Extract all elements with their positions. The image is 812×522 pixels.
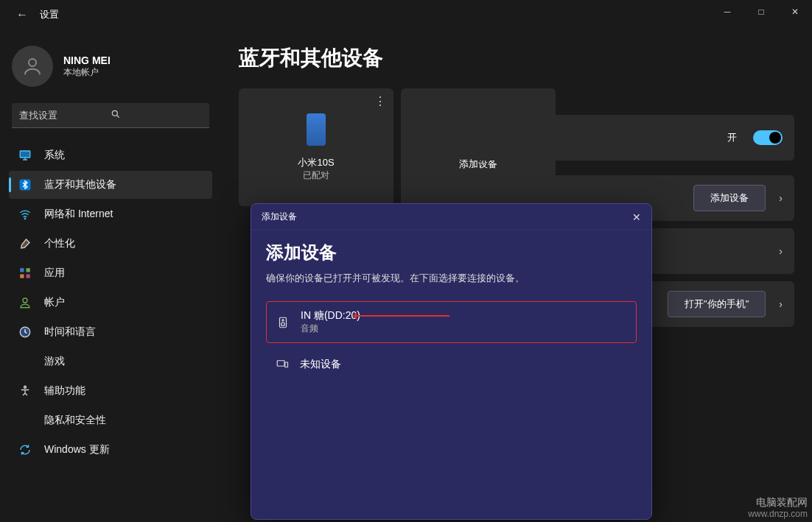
sidebar-item-system[interactable]: 系统 (9, 141, 212, 169)
person-icon (18, 295, 32, 310)
sidebar-item-label: 个性化 (44, 237, 75, 250)
device-item-name: 未知设备 (300, 358, 341, 371)
device-name: 小米10S (298, 156, 334, 169)
monitor-icon (18, 148, 32, 163)
search-icon (111, 109, 202, 121)
bluetooth-icon (18, 177, 32, 192)
svg-point-9 (23, 298, 27, 303)
device-status: 已配对 (303, 169, 329, 182)
sidebar-item-update[interactable]: Windows 更新 (9, 436, 212, 464)
dialog-subtitle: 确保你的设备已打开并可被发现。在下面选择要连接的设备。 (266, 272, 637, 285)
toggle-label: 开 (727, 131, 737, 144)
svg-rect-17 (285, 362, 288, 367)
svg-point-0 (29, 59, 36, 66)
device-item-type: 音频 (301, 322, 360, 335)
sidebar-item-gaming[interactable]: 游戏 (9, 348, 212, 375)
sidebar-item-apps[interactable]: 应用 (9, 259, 212, 287)
minimize-button[interactable]: ─ (710, 0, 744, 24)
avatar (12, 46, 53, 87)
sidebar-item-bluetooth[interactable]: 蓝牙和其他设备 (9, 171, 212, 199)
svg-point-12 (24, 386, 27, 388)
brush-icon (18, 236, 32, 251)
add-device-button[interactable]: 添加设备 (693, 185, 766, 211)
user-name: NING MEI (63, 54, 111, 66)
chevron-right-icon[interactable]: › (779, 245, 783, 257)
paired-device-card[interactable]: ⋮ 小米10S 已配对 (239, 88, 393, 206)
speaker-icon (273, 314, 293, 331)
bluetooth-toggle-row[interactable]: 开 (472, 115, 794, 161)
add-device-dialog: 添加设备 ✕ 添加设备 确保你的设备已打开并可被发现。在下面选择要连接的设备。 … (251, 203, 652, 520)
phone-icon (307, 113, 326, 146)
svg-point-4 (24, 218, 26, 219)
sidebar: NING MEI 本地帐户 查找设置 系统蓝牙和其他设备网络和 Internet… (0, 29, 221, 522)
chevron-right-icon[interactable]: › (779, 192, 783, 204)
shield-icon (18, 413, 32, 428)
window-title: 设置 (40, 8, 59, 21)
sidebar-item-personalization[interactable]: 个性化 (9, 230, 212, 258)
chevron-right-icon[interactable]: › (779, 298, 783, 310)
bluetooth-toggle[interactable] (753, 130, 783, 145)
sidebar-item-label: 时间和语言 (44, 325, 96, 339)
svg-point-14 (282, 319, 284, 320)
user-block[interactable]: NING MEI 本地帐户 (12, 46, 209, 87)
svg-rect-11 (20, 359, 30, 365)
page-title: 蓝牙和其他设备 (239, 44, 794, 72)
wifi-icon (18, 207, 32, 222)
search-placeholder: 查找设置 (19, 109, 111, 122)
svg-rect-16 (277, 361, 284, 367)
dialog-title: 添加设备 (266, 241, 637, 264)
access-icon (18, 384, 32, 398)
search-input[interactable]: 查找设置 (12, 103, 209, 128)
sidebar-item-label: 游戏 (44, 355, 65, 368)
game-icon (18, 354, 32, 369)
sidebar-item-privacy[interactable]: 隐私和安全性 (9, 406, 212, 434)
sidebar-item-label: 帐户 (44, 296, 65, 309)
svg-rect-7 (20, 275, 24, 278)
sidebar-item-label: Windows 更新 (44, 443, 110, 456)
dialog-titlebar-text: 添加设备 (262, 211, 297, 223)
device-icon (272, 358, 293, 371)
watermark: 电脑装配网 www.dnzp.com (748, 496, 808, 519)
apps-icon (18, 266, 32, 281)
maximize-button[interactable]: □ (744, 0, 778, 24)
svg-rect-8 (27, 275, 30, 278)
sidebar-item-label: 网络和 Internet (44, 208, 113, 221)
sidebar-item-accessibility[interactable]: 辅助功能 (9, 377, 212, 405)
svg-point-15 (281, 322, 285, 326)
your-phone-button[interactable]: 打开"你的手机" (668, 291, 766, 317)
dialog-close-button[interactable]: ✕ (632, 211, 641, 223)
discovered-device-item[interactable]: IN 糖(DD:20)音频 (266, 301, 637, 343)
user-sub: 本地帐户 (63, 66, 111, 79)
back-button[interactable]: ← (13, 8, 31, 21)
svg-rect-5 (20, 268, 24, 272)
sidebar-item-label: 蓝牙和其他设备 (44, 178, 116, 191)
sidebar-item-time[interactable]: 时间和语言 (9, 318, 212, 346)
sidebar-item-network[interactable]: 网络和 Internet (9, 200, 212, 228)
more-icon[interactable]: ⋮ (374, 94, 386, 108)
svg-point-1 (112, 110, 117, 116)
svg-rect-6 (27, 268, 30, 272)
sidebar-item-accounts[interactable]: 帐户 (9, 289, 212, 317)
clock-icon (18, 325, 32, 339)
sidebar-item-label: 应用 (44, 267, 65, 280)
svg-rect-2 (20, 151, 30, 158)
sidebar-item-label: 系统 (44, 149, 65, 162)
annotation-arrow (354, 315, 449, 317)
close-button[interactable]: ✕ (778, 0, 812, 24)
discovered-device-item[interactable]: 未知设备 (266, 350, 637, 378)
update-icon (18, 442, 32, 457)
sidebar-item-label: 隐私和安全性 (44, 414, 106, 427)
sidebar-item-label: 辅助功能 (44, 384, 85, 398)
